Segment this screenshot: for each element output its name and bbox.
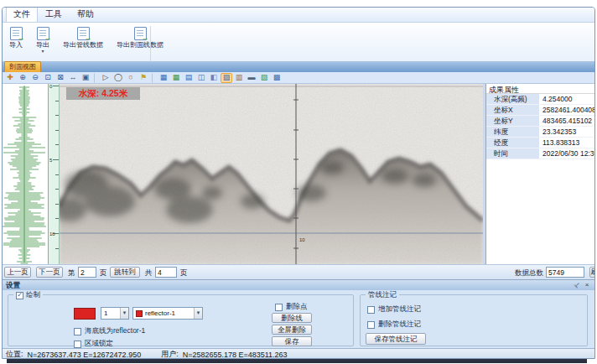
delete-pipeline-annotation-checkbox[interactable]: 删除管线注记 [367,320,421,330]
save-button[interactable]: 保存 [272,336,312,346]
total-prefix-label: 共 [145,268,153,278]
settings-panel-header: 设置 ⊥ × [3,279,594,290]
pager-bar: 上一页 下一页 第 页 跳转到 共 页 数据总数 刷新 [3,264,594,279]
zoom-extent-icon[interactable]: ⊠ [55,73,66,83]
document-icon: → [134,27,147,40]
draw-legend-label: 绘制 [26,290,40,300]
application-screenshot: 文件工具帮助 → 导入 → 导出 ▾ [0,0,597,364]
export-arrow-icon: → [44,34,52,42]
property-row[interactable]: 坐标Y 483465.415102 [486,116,595,127]
select-arrow-icon[interactable]: ▷ [100,73,112,83]
layer-select[interactable]: 1▼ [101,307,129,320]
zoom-in-icon[interactable]: ⊕ [17,73,29,83]
next-page-button[interactable]: 下一页 [36,267,63,278]
zoom-window-icon[interactable]: ⊡ [42,73,54,83]
data-count-label: 数据总数 [515,268,543,278]
layer-green-icon[interactable]: ▦ [170,73,182,83]
image-view-icon[interactable]: ▨ [221,73,232,83]
ellipse-select-icon[interactable]: ◯ [112,73,124,83]
delete-point-checkbox[interactable]: 删除点 [275,302,308,312]
pipeline-legend-label: 管线注记 [366,290,399,300]
property-row[interactable]: 时间 2022/06/30 12:39:25 [486,148,595,159]
goto-page-button[interactable]: 跳转到 [110,267,140,278]
add-pipeline-annotation-checkbox[interactable]: 增加管线注记 [367,304,421,315]
depth-ruler: 0510 [49,84,60,264]
crosshair-depth-label: 10 [299,237,305,242]
export-image-icon[interactable]: ▧ [258,73,270,83]
delete-all-button[interactable]: 全屏删除 [272,325,312,335]
export-arrow-icon: → [18,34,25,42]
total-unit-label: 页 [180,268,188,278]
waveform-trace [3,84,49,264]
menu-tools[interactable]: 工具 [38,7,70,22]
zoom-out-icon[interactable]: ⊖ [29,73,41,83]
pin-icon[interactable]: ✚ [4,73,16,83]
one-to-one-icon[interactable]: ▣ [80,73,95,83]
circle-select-icon[interactable]: ○ [125,73,137,83]
depth-tick-label: 10 [49,231,55,237]
page-prefix-label: 第 [68,268,75,278]
layer-blue-icon[interactable]: ▦ [158,73,169,83]
document-icon: → [37,27,49,40]
save-pipeline-annotation-button[interactable]: 保存管线注记 [366,333,426,345]
sonar-echogram[interactable]: 10 水深: 4.25米 [60,84,483,264]
user-value: N=2582655.178 E=483511.263 [183,351,288,359]
menu-file[interactable]: 文件 [6,7,38,22]
properties-table: 水深(高频) 4.254000 坐标X 2582461.400408 坐标Y 4… [486,94,595,159]
data-count-input[interactable] [546,267,584,278]
import-button[interactable]: → 导入 [6,24,26,56]
properties-title: 成果属性 [486,84,595,94]
depth-tick-label: 5 [49,158,52,163]
property-row[interactable]: 经度 113.838313 [486,138,595,148]
export-arrow-icon: → [85,34,92,42]
prev-page-button[interactable]: 上一页 [4,267,31,278]
split-view-icon[interactable]: ◫ [195,73,207,83]
export-pipeline-data-button[interactable]: → 导出管线数据 [60,24,106,56]
menu-bar: 文件工具帮助 [3,8,594,23]
draw-groupbox: ✓ 绘制 1▼ reflector-1▼ 海底线为reflector-1 区域锁… [8,294,354,346]
status-bar: 位置: N=2673637.473 E=12672472.950 用户: N=2… [3,348,594,359]
property-row[interactable]: 纬度 23.342353 [486,127,595,138]
document-icon: → [10,27,23,40]
amplitude-waveform-panel[interactable] [3,84,49,264]
document-icon: → [77,27,90,40]
reflector-color-icon [136,310,143,317]
app-window: 文件工具帮助 → 导入 → 导出 ▾ [2,7,595,359]
depth-tick-label: 0 [49,84,52,89]
page-number-input[interactable] [78,267,96,278]
ribbon: → 导入 → 导出 ▾ → 导出管线数据 [3,23,594,61]
export-profile-line-data-button[interactable]: → 导出剖面线数据 [113,24,167,56]
seabed-as-reflector-checkbox[interactable]: 海底线为reflector-1 [74,326,145,336]
export-arrow-icon: → [142,34,149,42]
property-row[interactable]: 水深(高频) 4.254000 [486,94,595,105]
menu-help[interactable]: 帮助 [70,7,101,22]
pin-panel-icon[interactable]: ⊥ [571,279,583,291]
profile-toolbar: ✚⊕⊖⊡⊠↔▣▷◯○⚑▦▦▤◫◧▨▥▬▧▩ [3,72,594,84]
pipeline-view-icon[interactable]: ◧ [208,73,220,83]
user-label: 用户: [161,349,179,359]
refresh-button[interactable]: 刷新 [589,267,595,278]
flag-marker-icon[interactable]: ⚑ [138,73,153,83]
grid-view-icon[interactable]: ▤ [183,73,195,83]
window-shadow [7,359,587,363]
dropdown-caret-icon: ▾ [41,49,44,54]
color-swatch[interactable] [74,308,96,320]
view-tab-bar: 剖面视图 [3,61,594,72]
refresh-view-icon[interactable]: ▩ [271,73,283,83]
tab-profile-view[interactable]: 剖面视图 [4,61,41,72]
result-properties-panel: 成果属性 水深(高频) 4.254000 坐标X 2582461.400408 [485,84,595,264]
position-value: N=2673637.473 E=12672472.950 [28,351,142,359]
total-pages-input[interactable] [155,267,177,278]
property-row[interactable]: 坐标X 2582461.400408 [486,105,595,116]
draw-checkbox[interactable]: ✓ [16,292,23,299]
export-button[interactable]: → 导出 ▾ [33,24,53,56]
delete-line-button[interactable]: 删除线 [272,313,312,323]
water-depth-badge: 水深: 4.25米 [66,87,140,100]
page-unit-label: 页 [100,268,107,278]
reflector-select[interactable]: reflector-1▼ [132,307,203,320]
close-panel-icon[interactable]: × [583,281,591,289]
table-view-icon[interactable]: ▥ [233,73,245,83]
fit-width-icon[interactable]: ↔ [67,73,79,83]
main-area: 0510 [3,84,594,264]
flatten-icon[interactable]: ▬ [246,73,257,83]
